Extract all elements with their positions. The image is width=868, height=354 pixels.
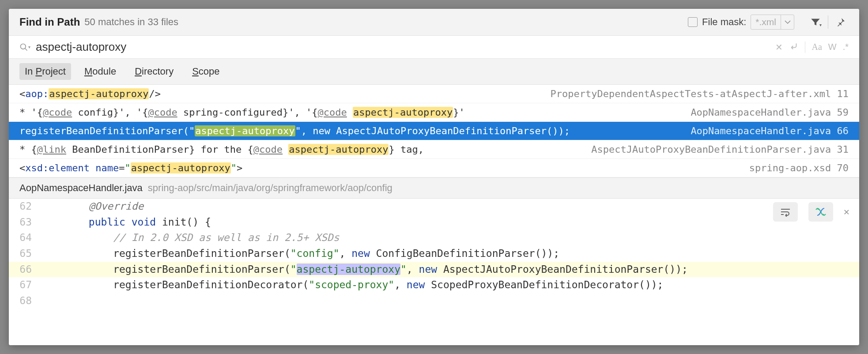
show-usages-icon[interactable] — [808, 202, 833, 222]
code-line: 62 @Override — [9, 199, 859, 215]
code-line: 67 registerBeanDefinitionDecorator("scop… — [9, 277, 859, 293]
code-line: 64 // In 2.0 XSD as well as in 2.5+ XSDs — [9, 230, 859, 246]
preview-toolbar: ✕ — [773, 202, 849, 222]
svg-line-1 — [25, 48, 27, 50]
match-case-toggle[interactable]: Aa — [811, 42, 822, 52]
dialog-header: Find in Path 50 matches in 33 files File… — [9, 9, 859, 36]
svg-point-0 — [21, 44, 26, 49]
result-location: AopNamespaceHandler.java 59 — [691, 107, 849, 118]
filter-icon[interactable]: ▾ — [808, 14, 823, 30]
file-mask-dropdown[interactable]: *.xml — [751, 15, 794, 30]
result-row[interactable]: registerBeanDefinitionParser("aspectj-au… — [9, 122, 859, 140]
match-count: 50 matches in 33 files — [84, 16, 178, 28]
code-line: 63 public void init() { — [9, 215, 859, 230]
code-line: 66 registerBeanDefinitionParser("aspectj… — [9, 262, 859, 278]
regex-toggle[interactable]: .* — [843, 42, 849, 52]
file-mask-value: *.xml — [751, 17, 781, 27]
file-mask-label: File mask: — [702, 16, 746, 28]
code-line: 68 — [9, 293, 859, 309]
scope-tab-project[interactable]: In Project — [19, 63, 71, 80]
file-mask-checkbox[interactable] — [688, 17, 698, 27]
results-list: <aop:aspectj-autoproxy/>PropertyDependen… — [9, 85, 859, 177]
search-input[interactable] — [36, 40, 775, 54]
result-location: AopNamespaceHandler.java 66 — [691, 125, 849, 136]
scope-tab-directory[interactable]: Directory — [129, 63, 179, 80]
header-right: File mask: *.xml ▾ — [688, 14, 849, 30]
newline-icon[interactable] — [789, 41, 799, 53]
close-icon[interactable]: ✕ — [844, 204, 849, 219]
separator — [828, 15, 828, 29]
dialog-title: Find in Path — [19, 16, 80, 28]
chevron-down-icon — [781, 15, 794, 29]
result-row[interactable]: <aop:aspectj-autoproxy/>PropertyDependen… — [9, 85, 859, 103]
soft-wrap-icon[interactable] — [773, 202, 798, 222]
scope-tabs: In ProjectModuleDirectoryScope — [9, 59, 859, 85]
find-in-path-dialog: Find in Path 50 matches in 33 files File… — [9, 9, 859, 345]
words-toggle[interactable]: W — [828, 42, 837, 52]
clear-icon[interactable]: ✕ — [775, 42, 783, 53]
result-location: spring-aop.xsd 70 — [749, 162, 849, 173]
scope-tab-module[interactable]: Module — [79, 63, 121, 80]
preview-pane[interactable]: ✕ 62 @Override63 public void init() {64 … — [9, 199, 859, 345]
preview-file-path: spring-aop/src/main/java/org/springframe… — [148, 182, 392, 194]
search-row: ▾ ✕ Aa W .* — [9, 36, 859, 59]
result-location: AspectJAutoProxyBeanDefinitionParser.jav… — [591, 144, 849, 155]
result-row[interactable]: <xsd:element name="aspectj-autoproxy">sp… — [9, 159, 859, 177]
code-line: 65 registerBeanDefinitionParser("config"… — [9, 246, 859, 262]
search-icon: ▾ — [19, 43, 30, 52]
result-row[interactable]: * '{@code config}', '{@code spring-confi… — [9, 103, 859, 122]
search-options: ✕ Aa W .* — [775, 41, 849, 53]
result-location: PropertyDependentAspectTests-atAspectJ-a… — [550, 88, 849, 99]
result-row[interactable]: * {@link BeanDefinitionParser} for the {… — [9, 140, 859, 159]
scope-tab-scope[interactable]: Scope — [187, 63, 225, 80]
preview-file-name: AopNamespaceHandler.java — [19, 182, 143, 194]
separator — [805, 41, 805, 53]
preview-header: AopNamespaceHandler.java spring-aop/src/… — [9, 177, 859, 199]
pin-icon[interactable] — [833, 14, 849, 30]
